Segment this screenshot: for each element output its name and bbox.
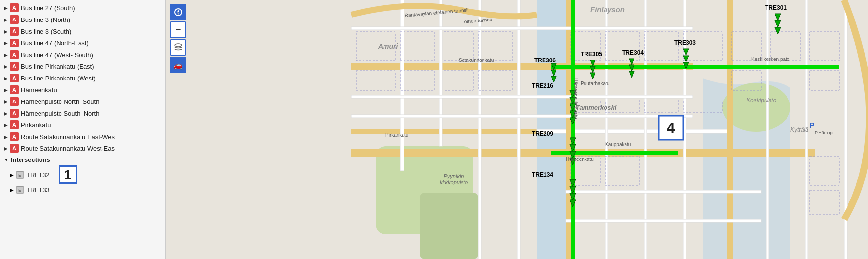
svg-rect-28 [566, 190, 761, 193]
svg-rect-18 [517, 0, 520, 259]
svg-text:TRE306: TRE306 [534, 57, 556, 64]
route-icon: A [10, 144, 19, 153]
route-icon: A [10, 85, 19, 94]
compass-btn[interactable] [170, 4, 186, 20]
route-arrow: ▶ [4, 146, 8, 151]
route-label: Bus line 47 (North-East) [21, 40, 89, 47]
svg-text:Kyttälä: Kyttälä [790, 126, 808, 133]
svg-text:TRE305: TRE305 [581, 51, 602, 58]
route-arrow: ▶ [4, 17, 8, 22]
route-arrow: ▶ [4, 99, 8, 104]
route-item-2[interactable]: ▶ A Bus line 3 (South) [0, 25, 165, 37]
svg-rect-22 [766, 0, 769, 259]
svg-text:Satakunnankatu: Satakunnankatu [459, 58, 494, 63]
intersection-badge: 1 [59, 165, 77, 184]
route-icon: A [10, 97, 19, 106]
map-container[interactable]: TRE306 TRE305 TRE304 TRE303 TRE301 TRE21… [166, 0, 868, 259]
svg-marker-116 [177, 12, 179, 15]
route-icon: A [10, 3, 19, 12]
intersection-item-0[interactable]: ▶ ⊞ TRE132 [10, 169, 54, 180]
svg-rect-7 [420, 193, 478, 259]
svg-text:Kauppakatu: Kauppakatu [605, 142, 631, 147]
svg-marker-115 [177, 9, 179, 12]
svg-text:Amuri: Amuri [378, 42, 399, 50]
route-item-0[interactable]: ▶ A Bus line 27 (South) [0, 2, 165, 14]
vehicle-btn[interactable]: 🚗 [170, 57, 186, 73]
zoom-out-btn[interactable]: − [170, 21, 186, 38]
svg-text:TRE209: TRE209 [532, 130, 553, 137]
route-icon: A [10, 62, 19, 71]
route-label: Bus line 3 (North) [21, 16, 70, 23]
route-item-6[interactable]: ▶ A Bus line Pirkankatu (West) [0, 72, 165, 84]
route-icon: A [10, 120, 19, 129]
route-item-10[interactable]: ▶ A Pirkankatu [0, 119, 165, 131]
svg-rect-15 [400, 0, 404, 171]
route-arrow: ▶ [4, 122, 8, 128]
route-item-4[interactable]: ▶ A Bus line 47 (West- South) [0, 49, 165, 60]
intersection-icon-0: ⊞ [16, 170, 24, 179]
layers-btn[interactable] [170, 39, 186, 56]
svg-text:TRE304: TRE304 [622, 49, 644, 56]
intersection-item-1[interactable]: ▶ ⊞ TRE133 [0, 184, 165, 196]
route-item-12[interactable]: ▶ A Route Satakunnankatu West-Eas [0, 142, 165, 154]
svg-rect-29 [566, 219, 761, 222]
route-icon: A [10, 39, 19, 47]
intersection-icon-1: ⊞ [16, 185, 24, 194]
route-icon: A [10, 27, 19, 36]
layers-icon [174, 43, 182, 52]
route-icon: A [10, 50, 19, 59]
svg-rect-17 [478, 0, 481, 259]
route-icon: A [10, 132, 19, 141]
route-arrow: ▶ [4, 111, 8, 116]
route-arrow: ▶ [4, 40, 8, 46]
minus-icon: − [176, 25, 181, 35]
route-item-3[interactable]: ▶ A Bus line 47 (North-East) [0, 37, 165, 49]
intersections-arrow: ▼ [4, 157, 9, 162]
svg-text:⊞: ⊞ [18, 173, 22, 178]
svg-rect-26 [351, 95, 693, 98]
intersection-row-0: ▶ ⊞ TRE132 1 [0, 165, 165, 184]
svg-text:⊞: ⊞ [18, 188, 22, 193]
car-icon: 🚗 [173, 60, 183, 70]
svg-text:kirkkopuisto: kirkkopuisto [440, 179, 468, 185]
route-item-5[interactable]: ▶ A Bus line Pirkankatu (East) [0, 60, 165, 72]
route-label: Route Satakunnankatu East-Wes [21, 133, 115, 140]
route-label: Pirkankatu [21, 121, 51, 129]
svg-point-117 [175, 44, 182, 47]
svg-rect-27 [351, 115, 693, 118]
route-item-8[interactable]: ▶ A Hämeenpuisto North_South [0, 96, 165, 107]
route-label: Route Satakunnankatu West-Eas [21, 145, 115, 152]
route-arrow: ▶ [4, 5, 8, 11]
map-svg: TRE306 TRE305 TRE304 TRE303 TRE301 TRE21… [166, 0, 868, 259]
route-label: Bus line 27 (South) [21, 4, 75, 12]
route-list: ▶ A Bus line 27 (South) ▶ A Bus line 3 (… [0, 2, 165, 154]
intersections-label: Intersections [11, 156, 50, 163]
route-label: Bus line 3 (South) [21, 28, 71, 35]
route-icon: A [10, 109, 19, 118]
route-arrow: ▶ [4, 134, 8, 139]
svg-text:Finlayson: Finlayson [590, 5, 625, 14]
intersections-header[interactable]: ▼ Intersections [0, 154, 165, 165]
svg-text:P.Hämppi: P.Hämppi [815, 130, 833, 135]
svg-text:TRE216: TRE216 [532, 82, 553, 89]
route-label: Bus line Pirkankatu (East) [21, 63, 94, 70]
svg-rect-16 [439, 0, 442, 146]
route-arrow: ▶ [4, 64, 8, 69]
intersection-label-0: TRE132 [26, 171, 50, 179]
route-label: Hämeenpuisto South_North [21, 110, 99, 117]
route-icon: A [10, 74, 19, 82]
route-item-7[interactable]: ▶ A Hämeenkatu [0, 84, 165, 96]
svg-text:Puutarhakatu: Puutarhakatu [581, 81, 610, 86]
route-item-11[interactable]: ▶ A Route Satakunnankatu East-Wes [0, 131, 165, 142]
route-icon: A [10, 15, 19, 24]
route-label: Bus line Pirkankatu (West) [21, 75, 96, 82]
svg-text:Pirkankatu: Pirkankatu [385, 132, 408, 138]
intersection-arrow-1: ▶ [10, 187, 14, 193]
intersection-arrow-0: ▶ [10, 172, 14, 178]
route-item-1[interactable]: ▶ A Bus line 3 (North) [0, 14, 165, 25]
svg-text:Koskipuisto: Koskipuisto [747, 97, 777, 104]
intersection-list: ▶ ⊞ TRE132 1 ▶ ⊞ TRE133 [0, 165, 165, 196]
route-item-9[interactable]: ▶ A Hämeenpuisto South_North [0, 107, 165, 119]
svg-text:4: 4 [667, 120, 675, 136]
route-arrow: ▶ [4, 52, 8, 58]
